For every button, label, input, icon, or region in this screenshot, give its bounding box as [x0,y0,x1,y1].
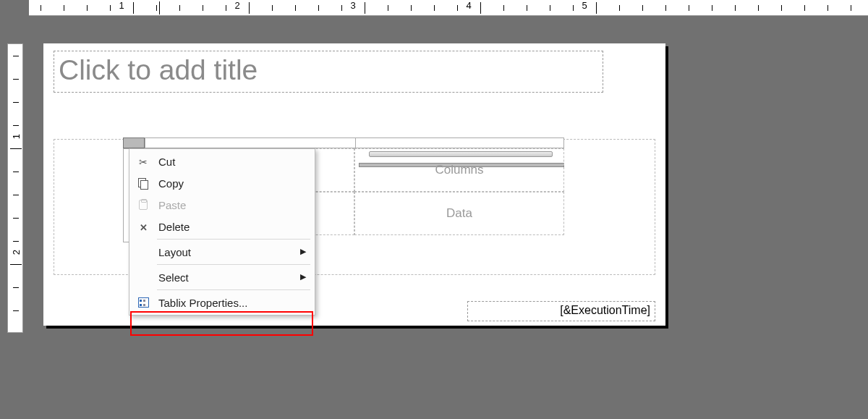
ruler-h-label-1: 1 [111,0,132,11]
menu-item-delete[interactable]: Delete [129,216,315,237]
menu-separator [157,289,310,290]
ruler-h-margin-indicator[interactable] [159,1,160,14]
tablix-cell-columns[interactable]: Columns [354,148,564,192]
submenu-arrow-icon: ▶ [300,272,306,282]
tablix-column-ruler[interactable] [145,137,564,148]
menu-item-tablix-properties[interactable]: Tablix Properties... [129,292,315,313]
tablix-data-label: Data [446,206,472,221]
horizontal-ruler[interactable]: 1 2 3 4 5 [29,0,868,16]
context-menu: Cut Copy Paste Delete Layout ▶ Select ▶ … [129,148,315,316]
menu-item-layout[interactable]: Layout ▶ [129,241,315,263]
paste-icon [135,200,151,210]
delete-icon [135,221,151,233]
tablix-corner-handle[interactable] [123,137,145,148]
menu-item-copy[interactable]: Copy [129,172,315,194]
menu-item-select[interactable]: Select ▶ [129,266,315,288]
scissors-icon [135,156,151,168]
footer-execution-time[interactable]: [&ExecutionTime] [467,301,655,321]
tablix-cell-data[interactable]: Data [354,192,564,235]
menu-item-cut[interactable]: Cut [129,151,315,172]
menu-separator [157,239,310,240]
menu-item-label: Layout [158,246,191,258]
ruler-h-label-5: 5 [574,0,595,11]
title-placeholder[interactable]: Click to add title [54,51,603,93]
menu-item-label: Delete [158,221,190,233]
ruler-v-label-1: 1 [11,129,22,145]
ruler-h-label-2: 2 [226,0,248,11]
ruler-h-label-3: 3 [342,0,364,11]
menu-item-paste: Paste [129,194,315,216]
properties-icon [135,297,151,308]
menu-item-label: Select [158,271,189,284]
copy-icon [135,178,151,188]
menu-separator [157,264,310,265]
menu-item-label: Cut [158,156,175,168]
tablix-columns-label: Columns [435,163,483,177]
menu-item-label: Copy [158,177,184,190]
ruler-h-label-4: 4 [458,0,480,11]
menu-item-label: Tablix Properties... [158,297,247,309]
submenu-arrow-icon: ▶ [300,247,306,256]
menu-item-label: Paste [158,199,186,211]
ruler-v-label-2: 2 [11,245,22,261]
vertical-ruler[interactable]: 1 2 [7,43,23,333]
